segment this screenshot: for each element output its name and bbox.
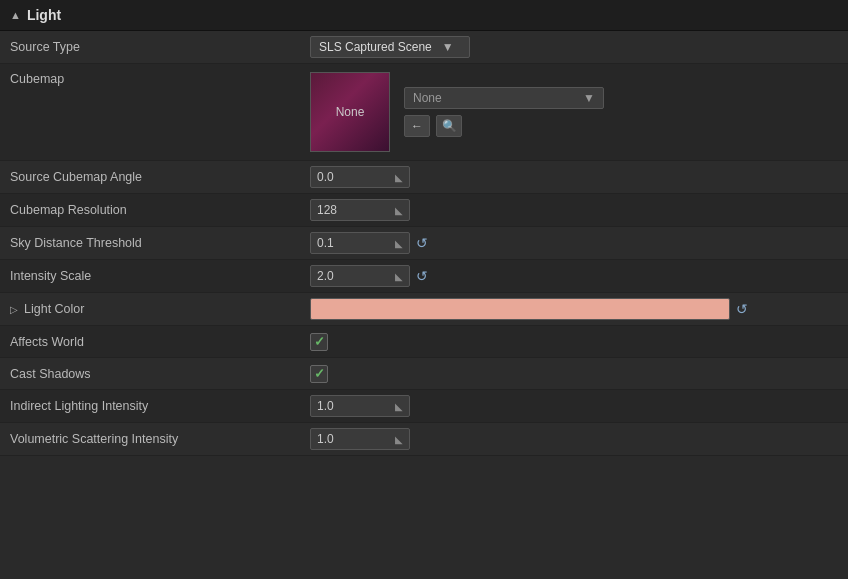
intensity-scale-value: 2.0 [317, 269, 334, 283]
sky-distance-reset-button[interactable]: ↺ [416, 235, 428, 251]
source-type-control: SLS Captured Scene ▼ [310, 36, 838, 58]
volumetric-scattering-intensity-field[interactable]: 1.0 ◣ [310, 428, 410, 450]
drag-icon: ◣ [395, 205, 403, 216]
search-icon: 🔍 [442, 119, 457, 133]
cubemap-buttons: ← 🔍 [404, 115, 604, 137]
intensity-scale-row: Intensity Scale 2.0 ◣ ↺ [0, 260, 848, 293]
cubemap-resolution-field[interactable]: 128 ◣ [310, 199, 410, 221]
affects-world-label: Affects World [10, 335, 310, 349]
drag-icon: ◣ [395, 401, 403, 412]
cubemap-dropdown-value: None [413, 91, 442, 105]
intensity-scale-field[interactable]: 2.0 ◣ [310, 265, 410, 287]
cubemap-none-dropdown[interactable]: None ▼ [404, 87, 604, 109]
source-type-dropdown[interactable]: SLS Captured Scene ▼ [310, 36, 470, 58]
cast-shadows-control: ✓ [310, 365, 838, 383]
cubemap-none-label: None [336, 105, 365, 119]
cubemap-preview[interactable]: None [310, 72, 390, 152]
cubemap-resolution-row: Cubemap Resolution 128 ◣ [0, 194, 848, 227]
volumetric-scattering-intensity-label: Volumetric Scattering Intensity [10, 432, 310, 446]
volumetric-scattering-intensity-row: Volumetric Scattering Intensity 1.0 ◣ [0, 423, 848, 456]
cubemap-dropdown-arrow: ▼ [583, 91, 595, 105]
sky-distance-threshold-control: 0.1 ◣ ↺ [310, 232, 838, 254]
affects-world-check-icon: ✓ [314, 334, 325, 349]
sky-distance-threshold-value: 0.1 [317, 236, 334, 250]
panel-title: Light [27, 7, 61, 23]
sky-distance-threshold-row: Sky Distance Threshold 0.1 ◣ ↺ [0, 227, 848, 260]
source-cubemap-angle-control: 0.0 ◣ [310, 166, 838, 188]
indirect-lighting-intensity-control: 1.0 ◣ [310, 395, 838, 417]
light-panel: ▲ Light Source Type SLS Captured Scene ▼… [0, 0, 848, 456]
cubemap-resolution-label: Cubemap Resolution [10, 203, 310, 217]
sky-distance-threshold-field[interactable]: 0.1 ◣ [310, 232, 410, 254]
drag-icon: ◣ [395, 172, 403, 183]
sky-distance-threshold-label: Sky Distance Threshold [10, 236, 310, 250]
drag-icon: ◣ [395, 271, 403, 282]
affects-world-control: ✓ [310, 333, 838, 351]
back-icon: ← [411, 119, 423, 133]
source-cubemap-angle-label: Source Cubemap Angle [10, 170, 310, 184]
volumetric-scattering-intensity-value: 1.0 [317, 432, 334, 446]
cubemap-control: None None ▼ ← 🔍 [310, 72, 838, 152]
drag-icon: ◣ [395, 434, 403, 445]
panel-header[interactable]: ▲ Light [0, 0, 848, 31]
cast-shadows-checkbox[interactable]: ✓ [310, 365, 328, 383]
cubemap-resolution-value: 128 [317, 203, 337, 217]
drag-icon: ◣ [395, 238, 403, 249]
collapse-icon[interactable]: ▲ [10, 9, 21, 21]
cubemap-row: Cubemap None None ▼ ← 🔍 [0, 64, 848, 161]
cubemap-back-button[interactable]: ← [404, 115, 430, 137]
intensity-scale-control: 2.0 ◣ ↺ [310, 265, 838, 287]
light-color-expand-icon[interactable]: ▷ [10, 304, 18, 315]
cast-shadows-check-icon: ✓ [314, 366, 325, 381]
light-color-control: ↺ [310, 298, 838, 320]
properties-table: Source Type SLS Captured Scene ▼ Cubemap… [0, 31, 848, 456]
intensity-scale-reset-button[interactable]: ↺ [416, 268, 428, 284]
cast-shadows-label: Cast Shadows [10, 367, 310, 381]
light-color-label: ▷ Light Color [10, 302, 310, 316]
dropdown-arrow-icon: ▼ [442, 40, 454, 54]
indirect-lighting-intensity-field[interactable]: 1.0 ◣ [310, 395, 410, 417]
intensity-scale-label: Intensity Scale [10, 269, 310, 283]
indirect-lighting-intensity-row: Indirect Lighting Intensity 1.0 ◣ [0, 390, 848, 423]
source-cubemap-angle-field[interactable]: 0.0 ◣ [310, 166, 410, 188]
light-color-picker[interactable] [310, 298, 730, 320]
source-type-row: Source Type SLS Captured Scene ▼ [0, 31, 848, 64]
affects-world-checkbox[interactable]: ✓ [310, 333, 328, 351]
cubemap-right: None ▼ ← 🔍 [404, 87, 604, 137]
source-cubemap-angle-value: 0.0 [317, 170, 334, 184]
light-color-row: ▷ Light Color ↺ [0, 293, 848, 326]
source-type-value: SLS Captured Scene [319, 40, 432, 54]
volumetric-scattering-intensity-control: 1.0 ◣ [310, 428, 838, 450]
cubemap-search-button[interactable]: 🔍 [436, 115, 462, 137]
cubemap-label: Cubemap [10, 72, 310, 86]
source-type-label: Source Type [10, 40, 310, 54]
cast-shadows-row: Cast Shadows ✓ [0, 358, 848, 390]
source-cubemap-angle-row: Source Cubemap Angle 0.0 ◣ [0, 161, 848, 194]
cubemap-resolution-control: 128 ◣ [310, 199, 838, 221]
light-color-reset-button[interactable]: ↺ [736, 301, 748, 317]
indirect-lighting-intensity-value: 1.0 [317, 399, 334, 413]
indirect-lighting-intensity-label: Indirect Lighting Intensity [10, 399, 310, 413]
affects-world-row: Affects World ✓ [0, 326, 848, 358]
